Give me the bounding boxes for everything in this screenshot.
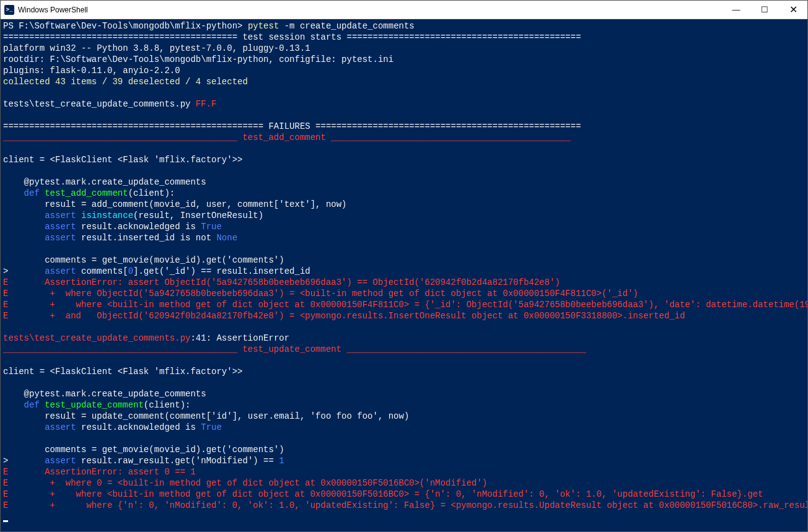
prompt-arrow: > — [3, 266, 45, 276]
platform-line: platform win32 -- Python 3.8.8, pytest-7… — [3, 43, 310, 53]
code-mid: result.acknowledged — [76, 422, 185, 432]
cursor — [3, 520, 8, 522]
error-line: E + where <built-in method get of dict o… — [3, 489, 763, 499]
decorator-line: @pytest.mark.create_update_comments — [3, 177, 206, 187]
plugins-line: plugins: flask-0.11.0, anyio-2.2.0 — [3, 66, 180, 76]
isinstance-kw: isinstance — [81, 211, 133, 220]
index-num: 0 — [128, 266, 133, 276]
failures-header: ========================================… — [3, 121, 581, 131]
assert-kw: assert — [45, 266, 76, 276]
powershell-icon: >_ — [4, 5, 14, 15]
decorator-line: @pytest.mark.create_update_comments — [3, 389, 206, 399]
close-button[interactable]: ✕ — [779, 1, 807, 19]
def-params: (client): — [128, 188, 175, 198]
assert-kw: assert — [3, 233, 76, 243]
def-params: (client): — [144, 400, 191, 410]
code-line: result = add_comment(movie_id, user, com… — [3, 199, 347, 209]
code-mid: result.acknowledged — [76, 222, 185, 232]
prompt-path: PS F:\Software\Dev-Tools\mongodb\mflix-p… — [3, 21, 248, 31]
assert-kw: assert — [3, 422, 76, 432]
prompt-args: -m create_update_comments — [279, 21, 414, 31]
location-file: tests\test_create_update_comments.py — [3, 333, 190, 343]
error-line: E + where {'n': 0, 'nModified': 0, 'ok':… — [3, 500, 807, 510]
window-title: Windows PowerShell — [18, 6, 88, 14]
test1-header: ________________________________________… — [3, 133, 571, 142]
def-keyword: def — [3, 400, 45, 410]
def-name: test_add_comment — [45, 188, 128, 198]
code-line: comments = get_movie(movie_id).get('comm… — [3, 445, 284, 455]
error-line: E + where 0 = <built-in method get of di… — [3, 478, 487, 488]
terminal-content[interactable]: PS F:\Software\Dev-Tools\mongodb\mflix-p… — [1, 19, 807, 531]
test-results: FF.F — [196, 99, 217, 109]
code-mid: comments[ — [76, 266, 128, 276]
location-line: :41: AssertionError — [190, 333, 289, 343]
code-rest: ].get('_id') == result.inserted_id — [133, 266, 310, 276]
code-mid: result.inserted_id — [76, 233, 180, 243]
test-file: tests\test_create_update_comments.py — [3, 99, 196, 109]
titlebar[interactable]: >_ Windows PowerShell — ☐ ✕ — [1, 1, 807, 19]
isnot-kw: is not — [180, 233, 217, 243]
client-line: client = <FlaskClient <Flask 'mflix.fact… — [3, 155, 242, 165]
code-rest: (result, InsertOneResult) — [133, 211, 263, 220]
assert-kw: assert — [3, 211, 81, 220]
def-name: test_update_comment — [45, 400, 144, 410]
is-kw: is — [185, 222, 201, 232]
true-kw: True — [201, 422, 222, 432]
error-line: E + where <built-in method get of dict o… — [3, 300, 807, 310]
minimize-button[interactable]: — — [722, 1, 750, 19]
num-literal: 1 — [279, 456, 284, 466]
prompt-arrow: > — [3, 456, 45, 466]
error-line: E AssertionError: assert 0 == 1 — [3, 467, 196, 477]
assert-kw: assert — [3, 222, 76, 232]
powershell-window: >_ Windows PowerShell — ☐ ✕ PS F:\Softwa… — [0, 0, 808, 532]
prompt-command: pytest — [248, 21, 279, 31]
none-kw: None — [216, 233, 237, 243]
maximize-button[interactable]: ☐ — [750, 1, 779, 19]
titlebar-left: >_ Windows PowerShell — [1, 5, 88, 15]
error-line: E + where ObjectId('5a9427658b0beebeb696… — [3, 289, 638, 299]
rootdir-line: rootdir: F:\Software\Dev-Tools\mongodb\m… — [3, 55, 393, 64]
true-kw: True — [201, 222, 222, 232]
window-controls: — ☐ ✕ — [722, 1, 807, 19]
code-line: comments = get_movie(movie_id).get('comm… — [3, 255, 284, 265]
collected-line: collected 43 items / 39 deselected / 4 s… — [3, 77, 248, 87]
session-separator: ========================================… — [3, 32, 581, 42]
code-mid: result.raw_result.get('nModified') == — [76, 456, 279, 466]
error-line: E AssertionError: assert ObjectId('5a942… — [3, 277, 560, 287]
code-line: result = update_comment(comment['id'], u… — [3, 411, 409, 421]
assert-kw: assert — [45, 456, 76, 466]
is-kw: is — [185, 422, 201, 432]
def-keyword: def — [3, 188, 45, 198]
test2-header: ________________________________________… — [3, 344, 586, 354]
error-line: E + and ObjectId('620942f0b2d4a82170fb42… — [3, 311, 685, 321]
client-line: client = <FlaskClient <Flask 'mflix.fact… — [3, 367, 242, 377]
